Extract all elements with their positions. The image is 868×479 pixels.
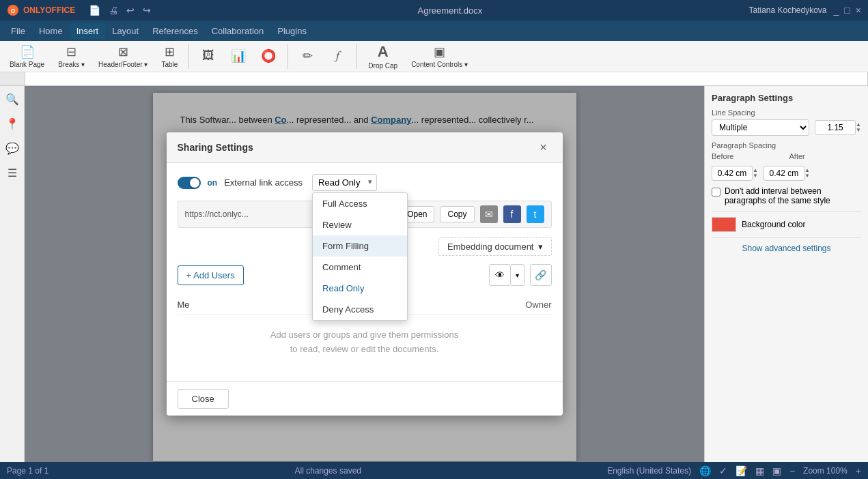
titlebar-icons: 📄 🖨 ↩ ↪ [89, 5, 151, 16]
option-full-access[interactable]: Full Access [313, 193, 407, 214]
show-advanced-link[interactable]: Show advanced settings [712, 244, 861, 253]
after-value-wrapper: ▲ ▼ [764, 166, 810, 181]
toolbar-content-controls[interactable]: ▣ Content Controls ▾ [406, 42, 473, 71]
embedding-btn[interactable]: Embedding document ▾ [438, 237, 551, 256]
undo-icon[interactable]: ↩ [126, 5, 135, 16]
ruler-inner [25, 72, 868, 85]
zoom-level: Zoom 100% [803, 466, 848, 476]
dont-add-interval-checkbox[interactable] [712, 188, 720, 197]
eye-view-btn[interactable]: 👁 [489, 264, 511, 286]
dropcap-icon: A [378, 43, 389, 61]
toolbar-blank-page[interactable]: 📄 Blank Page [4, 42, 50, 71]
sidebar-location[interactable]: 📍 [2, 113, 23, 134]
add-users-btn[interactable]: + Add Users [178, 265, 244, 285]
option-review[interactable]: Review [313, 214, 407, 235]
line-spacing-type[interactable]: Multiple Single 1.5 Lines Double At Leas… [712, 119, 809, 136]
toolbar-textbox[interactable]: ✏ [294, 46, 321, 68]
sidebar-comment[interactable]: 💬 [2, 138, 23, 158]
equation-icon: 𝑓 [336, 48, 339, 63]
dialog-header: Sharing Settings × [167, 132, 563, 163]
menu-file[interactable]: File [4, 23, 32, 39]
copy-btn[interactable]: Copy [440, 206, 474, 222]
save-status: All changes saved [295, 466, 361, 476]
sidebar-divider-1 [712, 211, 861, 212]
share-email-btn[interactable]: ✉ [480, 205, 498, 223]
empty-state: Add users or groups and give them permis… [178, 315, 552, 371]
separator-2 [288, 44, 288, 69]
menu-layout[interactable]: Layout [105, 23, 145, 39]
layout-icon-2[interactable]: ▣ [772, 465, 781, 476]
breaks-icon: ⊟ [66, 44, 76, 59]
menu-home[interactable]: Home [32, 23, 70, 39]
paragraph-settings-title: Paragraph Settings [712, 93, 861, 103]
menu-insert[interactable]: Insert [70, 23, 106, 39]
embedding-chevron: ▾ [538, 242, 543, 252]
sidebar-divider-2 [712, 237, 861, 238]
track-changes-icon[interactable]: 📝 [736, 465, 747, 476]
access-dropdown[interactable]: Read Only Full Access Review Form Fillin… [312, 174, 377, 191]
globe-icon[interactable]: 🌐 [699, 465, 711, 476]
access-dropdown-btn[interactable]: Read Only [312, 174, 377, 191]
access-dropdown-menu: Full Access Review Form Filling Comment … [312, 192, 408, 321]
after-spacing-value[interactable] [764, 166, 804, 181]
toolbar-dropcap[interactable]: A Drop Cap [363, 40, 403, 72]
menu-references[interactable]: References [145, 23, 204, 39]
header-footer-label: Header/Footer ▾ [98, 61, 148, 68]
dialog-title: Sharing Settings [178, 142, 253, 153]
share-twitter-btn[interactable]: t [527, 205, 544, 223]
dont-add-interval-row: Don't add interval between paragraphs of… [712, 186, 861, 205]
close-btn[interactable]: × [856, 5, 861, 16]
zoom-in-icon[interactable]: + [856, 465, 861, 476]
option-read-only[interactable]: Read Only [313, 278, 407, 299]
separator-1 [188, 44, 189, 69]
menu-plugins[interactable]: Plugins [270, 23, 313, 39]
toolbar-table[interactable]: ⊞ Table [156, 42, 183, 71]
external-link-row: on External link access Read Only Full A… [178, 174, 552, 191]
save-icon[interactable]: 📄 [89, 5, 100, 16]
toolbar-breaks[interactable]: ⊟ Breaks ▾ [53, 42, 90, 71]
maximize-btn[interactable]: □ [844, 5, 850, 16]
content-controls-label: Content Controls ▾ [411, 61, 468, 68]
sidebar-search[interactable]: 🔍 [2, 89, 23, 109]
toolbar-header-footer[interactable]: ⊠ Header/Footer ▾ [93, 42, 153, 71]
chain-link-btn[interactable]: 🔗 [530, 264, 552, 286]
dialog-close-footer-btn[interactable]: Close [178, 389, 229, 409]
option-deny-access[interactable]: Deny Access [313, 299, 407, 320]
line-spacing-down[interactable]: ▼ [856, 128, 861, 133]
dialog-close-button[interactable]: × [535, 139, 552, 156]
after-spinners: ▲ ▼ [804, 168, 810, 179]
blank-page-icon: 📄 [20, 44, 35, 59]
toggle-knob [190, 178, 199, 188]
user-role-cell: Owner [525, 300, 551, 310]
color-swatch[interactable] [712, 217, 736, 232]
app-logo: O ONLYOFFICE [7, 4, 75, 16]
toolbar-equation[interactable]: 𝑓 [324, 46, 351, 67]
eye-dropdown-btn[interactable]: ▾ [511, 264, 524, 286]
minimize-btn[interactable]: _ [834, 5, 839, 16]
sharing-dialog: Sharing Settings × on External link acce… [167, 132, 563, 416]
print-icon[interactable]: 🖨 [109, 5, 118, 16]
toolbar-shape[interactable]: ⭕ [255, 46, 282, 68]
after-down[interactable]: ▼ [804, 173, 810, 179]
spell-check-icon[interactable]: ✓ [719, 465, 727, 476]
option-comment[interactable]: Comment [313, 257, 407, 278]
dialog-body: on External link access Read Only Full A… [167, 163, 563, 381]
external-link-toggle[interactable] [178, 177, 201, 189]
external-link-text: External link access [224, 177, 303, 188]
toolbar-chart[interactable]: 📊 [225, 46, 252, 68]
table-label: Table [161, 61, 178, 68]
line-spacing-value[interactable] [815, 120, 856, 135]
before-down[interactable]: ▼ [753, 173, 758, 179]
menu-collaboration[interactable]: Collaboration [205, 23, 271, 39]
layout-icon[interactable]: ▦ [755, 465, 764, 476]
redo-icon[interactable]: ↪ [143, 5, 151, 16]
share-facebook-btn[interactable]: f [503, 205, 521, 223]
user-name: Tatiana Kochedykova [748, 5, 826, 15]
toggle-on-label: on [208, 178, 218, 188]
toolbar-image[interactable]: 🖼 [195, 46, 222, 67]
zoom-out-icon[interactable]: − [789, 465, 795, 476]
option-form-filling[interactable]: Form Filling [313, 235, 407, 257]
language[interactable]: English (United States) [607, 466, 691, 476]
sidebar-list[interactable]: ☰ [2, 162, 23, 183]
before-spacing-value[interactable] [712, 166, 753, 181]
